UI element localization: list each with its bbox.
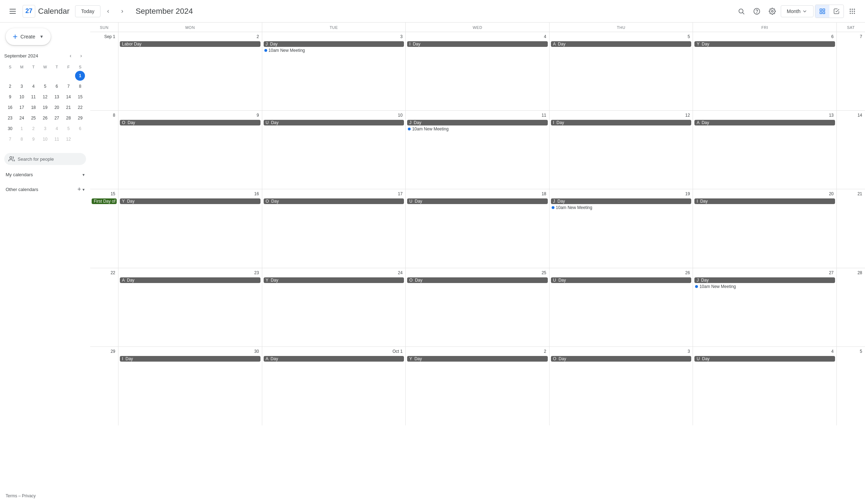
mini-day[interactable]: 7	[63, 81, 73, 91]
u-day-event-2[interactable]: U Day	[407, 198, 548, 204]
mini-day[interactable]: 9	[5, 92, 15, 102]
mini-day[interactable]: 6	[75, 124, 85, 134]
cal-cell-sep24[interactable]: 24 Y Day	[262, 268, 406, 346]
apps-button[interactable]	[845, 4, 859, 18]
cal-cell-oct1[interactable]: Oct 1 A Day	[262, 347, 406, 425]
i-day-event-4[interactable]: I Day	[120, 356, 260, 362]
mini-day[interactable]: 27	[52, 113, 62, 123]
mini-day[interactable]: 1	[17, 124, 27, 134]
mini-day[interactable]: 26	[40, 113, 50, 123]
mini-day[interactable]: 25	[29, 113, 38, 123]
cal-cell-oct2[interactable]: 2 Y Day	[406, 347, 550, 425]
cal-cell-sep13[interactable]: 13 A Day	[693, 111, 837, 189]
cal-cell-sep17[interactable]: 17 O Day	[262, 189, 406, 268]
cal-cell-sep12[interactable]: 12 I Day	[550, 111, 693, 189]
cal-cell-oct3[interactable]: 3 O Day	[550, 347, 693, 425]
other-calendars-header[interactable]: Other calendars + ▾	[3, 183, 87, 196]
a-day-event-2[interactable]: A Day	[694, 120, 835, 125]
mini-day[interactable]: 8	[75, 81, 85, 91]
settings-button[interactable]	[765, 4, 779, 18]
mini-day[interactable]: 10	[17, 92, 27, 102]
y-day-event-2[interactable]: Y Day	[120, 198, 260, 204]
cal-cell-sep20[interactable]: 20 I Day	[693, 189, 837, 268]
j-day-event-2[interactable]: J Day	[407, 120, 548, 125]
search-people-button[interactable]: Search for people	[4, 153, 86, 165]
today-button[interactable]: Today	[75, 5, 100, 17]
mini-day[interactable]: 12	[40, 92, 50, 102]
mini-day[interactable]	[40, 71, 50, 81]
mini-day[interactable]: 2	[29, 124, 38, 134]
mini-day[interactable]: 4	[52, 124, 62, 134]
i-day-event-2[interactable]: I Day	[551, 120, 692, 125]
cal-cell-sep7[interactable]: 7	[837, 32, 865, 110]
mini-day[interactable]: 5	[40, 81, 50, 91]
cal-cell-sep29[interactable]: 29	[90, 347, 118, 425]
search-button[interactable]	[734, 4, 748, 18]
mini-day[interactable]: 7	[5, 134, 15, 144]
cal-cell-sep6[interactable]: 6 Y Day	[693, 32, 837, 110]
cal-cell-sep26[interactable]: 26 U Day	[550, 268, 693, 346]
mini-day[interactable]: 12	[63, 134, 73, 144]
task-view-button[interactable]	[829, 5, 843, 18]
y-day-event[interactable]: Y Day	[694, 41, 835, 47]
hispanic-heritage-event[interactable]: First Day of Hispanic	[92, 198, 117, 204]
cal-cell-sep14[interactable]: 14	[837, 111, 865, 189]
i-day-event[interactable]: I Day	[407, 41, 548, 47]
mini-day[interactable]: 3	[17, 81, 27, 91]
mini-day[interactable]: 23	[5, 113, 15, 123]
new-meeting-event-3[interactable]: 10am New Meeting	[551, 205, 692, 210]
mini-day[interactable]	[17, 71, 27, 81]
cal-cell-sep22[interactable]: 22	[90, 268, 118, 346]
mini-day[interactable]: 14	[63, 92, 73, 102]
mini-day[interactable]	[52, 71, 62, 81]
mini-day[interactable]: 3	[40, 124, 50, 134]
labor-day-event[interactable]: Labor Day	[120, 41, 260, 47]
mini-day[interactable]: 18	[29, 103, 38, 112]
y-day-event-3[interactable]: Y Day	[264, 277, 404, 283]
new-meeting-event-4[interactable]: 10am New Meeting	[694, 284, 835, 289]
my-calendars-header[interactable]: My calendars ▾	[3, 169, 87, 180]
cal-cell-oct5[interactable]: 5	[837, 347, 865, 425]
mini-day[interactable]: 8	[17, 134, 27, 144]
cal-cell-sep16[interactable]: 16 Y Day	[118, 189, 262, 268]
mini-day[interactable]	[5, 71, 15, 81]
mini-day[interactable]: 28	[63, 113, 73, 123]
help-button[interactable]	[750, 4, 764, 18]
cal-cell-sep19[interactable]: 19 J Day 10am New Meeting	[550, 189, 693, 268]
cal-cell-sep10[interactable]: 10 U Day	[262, 111, 406, 189]
menu-button[interactable]	[6, 4, 20, 18]
terms-link[interactable]: Terms	[6, 493, 17, 498]
o-day-event-3[interactable]: O Day	[407, 277, 548, 283]
o-day-event-4[interactable]: O Day	[551, 356, 692, 362]
cal-cell-sep21[interactable]: 21	[837, 189, 865, 268]
u-day-event[interactable]: U Day	[264, 120, 404, 125]
mini-day[interactable]: 5	[63, 124, 73, 134]
a-day-event-3[interactable]: A Day	[120, 277, 260, 283]
cal-cell-sep23[interactable]: 23 A Day	[118, 268, 262, 346]
cal-cell-sep30[interactable]: 30 I Day	[118, 347, 262, 425]
cal-cell-sep9[interactable]: 9 O Day	[118, 111, 262, 189]
cal-cell-sep4[interactable]: 4 I Day	[406, 32, 550, 110]
cal-cell-sep8[interactable]: 8	[90, 111, 118, 189]
j-day-event-4[interactable]: J Day	[694, 277, 835, 283]
mini-day[interactable]	[63, 71, 73, 81]
cal-cell-sep27[interactable]: 27 J Day 10am New Meeting	[693, 268, 837, 346]
mini-day[interactable]: 24	[17, 113, 27, 123]
o-day-event-2[interactable]: O Day	[264, 198, 404, 204]
mini-day[interactable]: 15	[75, 92, 85, 102]
mini-prev-button[interactable]: ‹	[66, 51, 75, 61]
a-day-event[interactable]: A Day	[551, 41, 692, 47]
o-day-event[interactable]: O Day	[120, 120, 260, 125]
cal-cell-sep3[interactable]: 3 J Day 10am New Meeting	[262, 32, 406, 110]
u-day-event-3[interactable]: U Day	[551, 277, 692, 283]
mini-day[interactable]: 2	[5, 81, 15, 91]
mini-day[interactable]: 20	[52, 103, 62, 112]
u-day-event-4[interactable]: U Day	[694, 356, 835, 362]
mini-day[interactable]: 19	[40, 103, 50, 112]
j-day-event-3[interactable]: J Day	[551, 198, 692, 204]
mini-next-button[interactable]: ›	[76, 51, 86, 61]
cal-cell-sep28[interactable]: 28	[837, 268, 865, 346]
cal-cell-sep25[interactable]: 25 O Day	[406, 268, 550, 346]
new-meeting-event-2[interactable]: 10am New Meeting	[407, 126, 548, 132]
mini-day[interactable]: 11	[52, 134, 62, 144]
